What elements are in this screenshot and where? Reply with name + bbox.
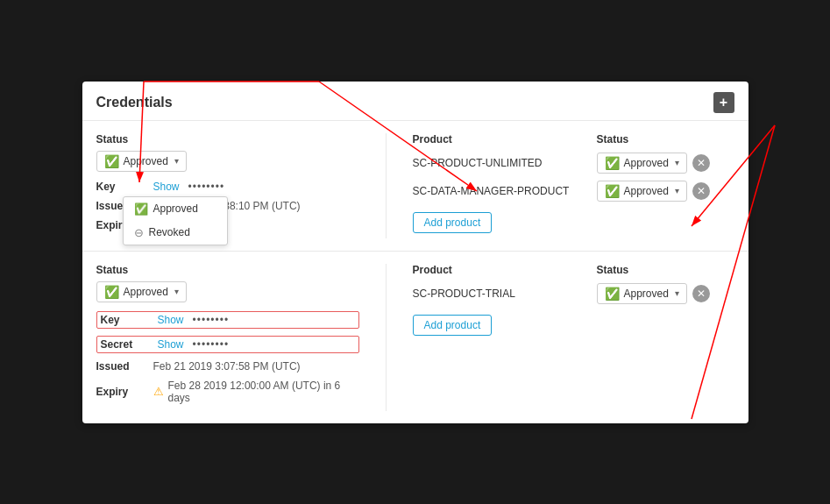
credential-section-1: Status ✅ Approved ▾ ✅ Approved (82, 121, 748, 252)
product-check-1-0: ✅ (605, 156, 620, 170)
key-value-2: •••••••• (193, 314, 230, 326)
add-product-button-1[interactable]: Add product (413, 212, 493, 233)
issued-value-2: Feb 21 2019 3:07:58 PM (UTC) (153, 360, 301, 373)
product-check-1-1: ✅ (605, 184, 620, 198)
product-name-1-1: SC-DATA-MANAGER-PRODUCT (413, 185, 588, 197)
status-col-header-2: Status (597, 264, 734, 276)
dropdown-item-revoked[interactable]: ⊖ Revoked (124, 221, 227, 245)
add-product-button-2[interactable]: Add product (413, 315, 493, 336)
secret-value-2: •••••••• (193, 338, 230, 351)
status-dropdown-2[interactable]: ✅ Approved ▾ (96, 281, 187, 302)
status-dropdown-menu-1: ✅ Approved ⊖ Revoked (123, 196, 228, 245)
approved-check-icon: ✅ (134, 202, 148, 216)
remove-product-button-2-0[interactable]: ✕ (692, 285, 710, 302)
key-label-1: Key (96, 181, 145, 193)
secret-label-2: Secret (101, 338, 149, 351)
check-icon-1: ✅ (104, 154, 119, 168)
expiry-field-row-2: Expiry ⚠ Feb 28 2019 12:00:00 AM (UTC) i… (96, 380, 359, 404)
status-value-1: Approved (124, 155, 168, 167)
expiry-value-2: Feb 28 2019 12:00:00 AM (UTC) in 6 days (168, 380, 359, 404)
product-row-1-0: SC-PRODUCT-UNLIMITED ✅ Approved ▾ ✕ (413, 153, 734, 174)
product-status-dropdown-2-0[interactable]: ✅ Approved ▾ (597, 283, 687, 304)
status-label-1: Status (96, 133, 359, 146)
secret-field-row-2: Secret Show •••••••• (96, 336, 359, 353)
remove-product-button-1-1[interactable]: ✕ (692, 182, 710, 200)
key-value-1: •••••••• (188, 181, 225, 193)
secret-show-link-2[interactable]: Show (158, 338, 184, 351)
product-caret-1-0: ▾ (675, 158, 679, 167)
product-check-2-0: ✅ (605, 287, 620, 301)
warning-icon-2: ⚠ (153, 385, 164, 398)
credentials-panel: Credentials + Status ✅ Approved ▾ ✅ (82, 82, 748, 423)
issued-field-row-2: Issued Feb 21 2019 3:07:58 PM (UTC) (96, 360, 359, 373)
product-status-1-0: ✅ Approved ▾ ✕ (597, 153, 734, 174)
left-panel-1: Status ✅ Approved ▾ ✅ Approved (96, 133, 359, 238)
right-panel-1: Product Status SC-PRODUCT-UNLIMITED ✅ Ap… (413, 133, 734, 238)
product-name-1-0: SC-PRODUCT-UNLIMITED (413, 157, 588, 169)
product-status-dropdown-1-1[interactable]: ✅ Approved ▾ (597, 181, 687, 202)
product-col-header-1: Product (413, 133, 588, 146)
key-field-row-1: Key Show •••••••• (96, 181, 359, 193)
dropdown-approved-label: Approved (153, 202, 198, 215)
page-title: Credentials (96, 95, 173, 110)
issued-label-2: Issued (96, 360, 145, 373)
status-col-header-1: Status (597, 133, 734, 146)
product-row-1-1: SC-DATA-MANAGER-PRODUCT ✅ Approved ▾ ✕ (413, 181, 734, 202)
status-value-2: Approved (124, 286, 168, 298)
product-status-value-1-1: Approved (624, 185, 669, 197)
divider-2 (386, 264, 387, 411)
key-field-row-2: Key Show •••••••• (96, 311, 359, 329)
status-dropdown-1[interactable]: ✅ Approved ▾ (96, 151, 187, 172)
key-show-link-2[interactable]: Show (158, 314, 184, 326)
dropdown-revoked-label: Revoked (149, 226, 190, 238)
remove-product-button-1-0[interactable]: ✕ (692, 154, 710, 172)
key-show-link-1[interactable]: Show (153, 181, 180, 193)
expiry-warning-2: ⚠ Feb 28 2019 12:00:00 AM (UTC) in 6 day… (153, 380, 359, 404)
divider-1 (386, 133, 387, 238)
caret-icon-2: ▾ (174, 287, 179, 296)
product-status-dropdown-1-0[interactable]: ✅ Approved ▾ (597, 153, 687, 174)
revoked-icon: ⊖ (134, 226, 144, 239)
product-row-2-0: SC-PRODUCT-TRIAL ✅ Approved ▾ ✕ (413, 283, 734, 304)
panel-header: Credentials + (82, 82, 748, 121)
product-status-value-1-0: Approved (624, 157, 669, 169)
key-label-2: Key (101, 314, 149, 326)
add-credential-button[interactable]: + (713, 92, 734, 113)
expiry-label-2: Expiry (96, 386, 145, 398)
dropdown-item-approved[interactable]: ✅ Approved (124, 197, 227, 221)
product-status-2-0: ✅ Approved ▾ ✕ (597, 283, 734, 304)
product-caret-2-0: ▾ (675, 288, 679, 298)
product-name-2-0: SC-PRODUCT-TRIAL (413, 287, 588, 300)
product-col-header-2: Product (413, 264, 588, 276)
right-panel-2: Product Status SC-PRODUCT-TRIAL ✅ Approv… (413, 264, 734, 411)
status-label-2: Status (96, 264, 359, 276)
caret-icon-1: ▾ (174, 156, 179, 166)
product-status-1-1: ✅ Approved ▾ ✕ (597, 181, 734, 202)
left-panel-2: Status ✅ Approved ▾ Key Show •••••••• Se… (96, 264, 359, 411)
check-icon-2: ✅ (104, 285, 119, 299)
product-header-2: Product Status (413, 264, 734, 276)
product-status-value-2-0: Approved (624, 287, 669, 300)
product-header-1: Product Status (413, 133, 734, 146)
credential-section-2: Status ✅ Approved ▾ Key Show •••••••• Se… (82, 252, 748, 423)
product-caret-1-1: ▾ (675, 186, 679, 195)
